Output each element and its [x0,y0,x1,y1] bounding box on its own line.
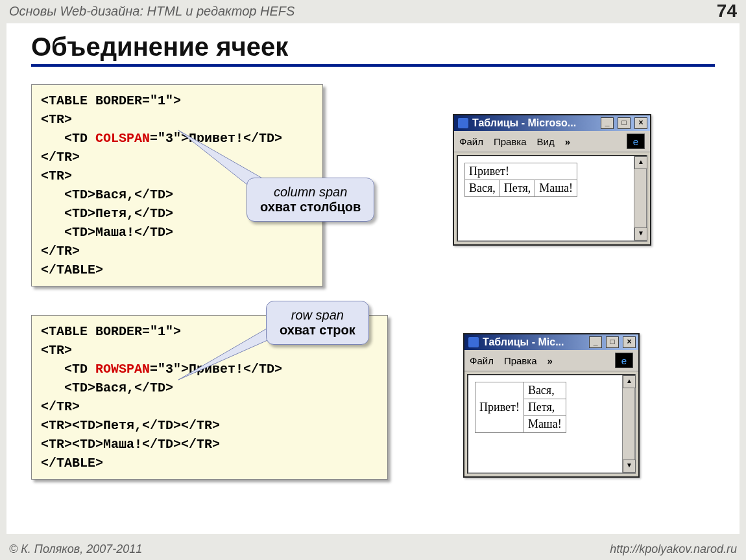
slide-body: Объединение ячеек <TABLE BORDER="1"> <TR… [6,23,740,534]
window-menubar[interactable]: Файл Правка Вид » e [454,131,650,152]
ie-icon [468,337,479,347]
code-block-rowspan: <TABLE BORDER="1"> <TR> <TD ROWSPAN="3">… [31,315,388,480]
scroll-down-icon[interactable]: ▼ [623,460,636,472]
scroll-up-icon[interactable]: ▲ [623,375,636,388]
minimize-button[interactable]: _ [601,117,614,129]
window-menubar[interactable]: Файл Правка » e [464,350,638,371]
code-block-colspan: <TABLE BORDER="1"> <TR> <TD COLSPAN="3">… [31,84,323,286]
scroll-down-icon[interactable]: ▼ [634,228,647,240]
footer-url: http://kpolyakov.narod.ru [610,542,737,556]
footer-copyright: © К. Поляков, 2007-2011 [9,542,142,556]
ie-icon [458,118,468,128]
window-viewport: Привет! Вася, Петя, Маша! ▲ ▼ [457,155,647,242]
window-title-text: Таблицы - Microso... [472,117,576,129]
menu-more[interactable]: » [547,355,553,366]
page-number: 74 [717,1,737,21]
title-rule [31,64,715,67]
close-button[interactable]: × [623,336,636,348]
document-footer: © К. Поляков, 2007-2011 http://kpolyakov… [0,538,746,560]
window-title-text: Таблицы - Mic... [483,336,564,348]
document-header: Основы Web-дизайна: HTML и редактор HEFS… [0,0,746,22]
maximize-button[interactable]: □ [618,117,631,129]
cell: Петя, [523,399,566,416]
scroll-up-icon[interactable]: ▲ [634,156,647,169]
window-titlebar[interactable]: Таблицы - Microso... _ □ × [454,115,650,131]
keyword-rowspan: ROWSPAN [95,362,150,377]
keyword-colspan: COLSPAN [95,131,150,146]
maximize-button[interactable]: □ [606,336,619,348]
close-button[interactable]: × [634,117,647,129]
window-viewport: Привет! Вася, Петя, Маша! ▲ ▼ [467,374,636,474]
cell-merged: Привет! [475,382,524,433]
browser-window-1: Таблицы - Microso... _ □ × Файл Правка В… [453,114,651,246]
demo-table-colspan: Привет! Вася, Петя, Маша! [464,163,577,197]
menu-edit[interactable]: Правка [504,355,537,366]
cell: Маша! [535,180,577,197]
menu-file[interactable]: Файл [459,136,483,147]
ie-throbber-icon: e [627,134,645,149]
menu-view[interactable]: Вид [537,136,555,147]
slide-title: Объединение ячеек [31,32,740,62]
scrollbar-vertical[interactable]: ▲ ▼ [622,375,634,472]
cell: Маша! [523,416,566,433]
minimize-button[interactable]: _ [589,336,602,348]
cell: Вася, [523,382,566,399]
menu-file[interactable]: Файл [470,355,494,366]
cell: Петя, [499,180,535,197]
ie-throbber-icon: e [615,353,633,368]
cell: Вася, [465,180,500,197]
demo-table-rowspan: Привет! Вася, Петя, Маша! [475,382,566,433]
header-title: Основы Web-дизайна: HTML и редактор HEFS [9,4,295,19]
cell-merged: Привет! [465,163,577,180]
scrollbar-vertical[interactable]: ▲ ▼ [634,156,646,240]
browser-window-2: Таблицы - Mic... _ □ × Файл Правка » e П… [463,333,640,478]
menu-edit[interactable]: Правка [494,136,527,147]
menu-more[interactable]: » [565,136,570,147]
window-titlebar[interactable]: Таблицы - Mic... _ □ × [464,334,638,350]
